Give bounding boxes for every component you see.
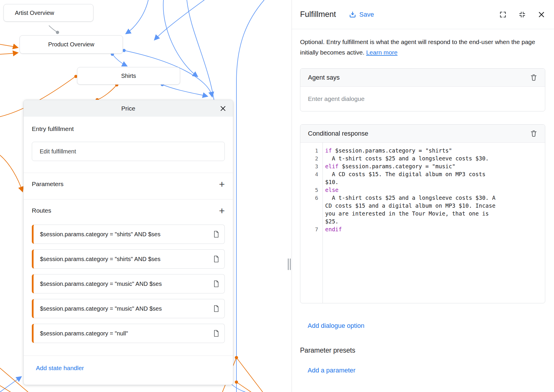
entry-fulfillment-section: Entry fulfillment Edit fulfillment	[24, 117, 233, 173]
code-lines: 1if $session.params.category = "shirts"2…	[300, 147, 545, 233]
code-line: 4 A CD costs $15. The digital album on M…	[300, 170, 545, 186]
routes-section: Routes +	[24, 199, 233, 225]
code-line: 3elif $session.params.category = "music"	[300, 162, 545, 170]
entry-fulfillment-label: Entry fulfillment	[32, 125, 225, 132]
parameter-presets-heading: Parameter presets	[300, 346, 545, 354]
route-condition-text: $session.params.category = "shirts" AND …	[40, 256, 210, 262]
panel-header: Fulfillment Save	[292, 0, 554, 29]
delete-agent-says-button[interactable]	[530, 74, 537, 81]
code-line: 2 A t-shirt costs $25 and a longsleeve c…	[300, 155, 545, 162]
save-label: Save	[359, 11, 374, 18]
conditional-response-editor[interactable]: 1if $session.params.category = "shirts"2…	[300, 143, 545, 303]
fullscreen-icon	[499, 11, 507, 18]
route-item[interactable]: $session.params.category = "shirts" AND …	[32, 249, 225, 269]
panel-description: Optional. Entry fulfillment is what the …	[300, 37, 536, 58]
trash-icon	[530, 74, 537, 81]
agent-says-header: Agent says	[300, 69, 545, 87]
add-parameter-plus-button[interactable]: +	[219, 181, 225, 188]
code-line: 7endif	[300, 225, 545, 233]
document-icon	[213, 305, 219, 312]
route-item[interactable]: $session.params.category = "null"	[32, 324, 225, 343]
learn-more-link[interactable]: Learn more	[366, 49, 397, 56]
route-condition-text: $session.params.category = "music" AND $…	[40, 305, 210, 312]
fullscreen-exit-icon	[518, 11, 526, 18]
fulfillment-panel: Fulfillment Save	[292, 0, 554, 392]
add-route-plus-button[interactable]: +	[219, 207, 225, 214]
route-item[interactable]: $session.params.category = "music" AND $…	[32, 274, 225, 293]
routes-label: Routes	[32, 207, 51, 214]
parameters-section: Parameters +	[24, 173, 233, 199]
node-label: Artist Overview	[15, 10, 54, 16]
document-icon	[213, 330, 219, 337]
panel-resize-handle[interactable]	[288, 258, 291, 270]
routes-list: $session.params.category = "shirts" AND …	[24, 225, 233, 349]
collapse-panel-button[interactable]	[518, 11, 526, 18]
agent-dialogue-input[interactable]	[308, 95, 537, 102]
agent-says-card: Agent says	[300, 68, 545, 111]
edit-fulfillment-button[interactable]: Edit fulfillment	[32, 142, 225, 161]
conditional-response-title: Conditional response	[308, 130, 368, 137]
trash-icon	[530, 130, 537, 137]
add-dialogue-option-link[interactable]: Add dialogue option	[308, 322, 365, 330]
route-condition-text: $session.params.category = "null"	[40, 330, 210, 337]
add-state-handler-link[interactable]: Add state handler	[36, 365, 233, 372]
save-icon	[349, 11, 356, 18]
code-line: 1if $session.params.category = "shirts"	[300, 147, 545, 155]
flow-node-shirts[interactable]: Shirts	[77, 67, 180, 85]
delete-conditional-response-button[interactable]	[530, 130, 537, 137]
route-condition-text: $session.params.category = "shirts" AND …	[40, 231, 210, 238]
flow-canvas[interactable]: Artist Overview Product Overview Shirts …	[0, 0, 292, 392]
add-a-parameter-link[interactable]: Add a parameter	[308, 367, 356, 374]
document-icon	[213, 256, 219, 262]
document-icon	[213, 231, 219, 238]
flow-node-product-overview[interactable]: Product Overview	[20, 35, 123, 54]
save-button[interactable]: Save	[349, 11, 374, 18]
code-line: 6 A t-shirt costs $25 and a longsleeve c…	[300, 194, 545, 225]
divider	[24, 356, 233, 356]
panel-title: Fulfillment	[300, 10, 336, 19]
close-panel-button[interactable]	[538, 11, 545, 18]
route-item[interactable]: $session.params.category = "music" AND $…	[32, 299, 225, 318]
node-label: Product Overview	[48, 41, 94, 48]
conditional-response-header: Conditional response	[300, 125, 545, 143]
route-item[interactable]: $session.params.category = "shirts" AND …	[32, 225, 225, 244]
agent-says-title: Agent says	[308, 74, 340, 81]
flow-node-artist-overview[interactable]: Artist Overview	[4, 4, 93, 22]
node-label: Shirts	[121, 73, 136, 79]
close-price-card-button[interactable]	[219, 105, 227, 112]
price-card-title: Price	[24, 105, 233, 112]
code-line: 5else	[300, 186, 545, 194]
gutter-divider	[323, 143, 323, 303]
close-icon	[538, 11, 545, 18]
agent-dialogue-field-row	[300, 87, 545, 111]
document-icon	[213, 280, 219, 287]
price-page-card: Price Entry fulfillment Edit fulfillment…	[23, 100, 233, 385]
conditional-response-card: Conditional response 1if $session.params…	[300, 124, 545, 303]
parameters-label: Parameters	[32, 181, 64, 188]
close-icon	[219, 105, 227, 112]
route-condition-text: $session.params.category = "music" AND $…	[40, 281, 210, 287]
expand-panel-button[interactable]	[499, 11, 507, 18]
price-card-header: Price	[24, 100, 233, 117]
